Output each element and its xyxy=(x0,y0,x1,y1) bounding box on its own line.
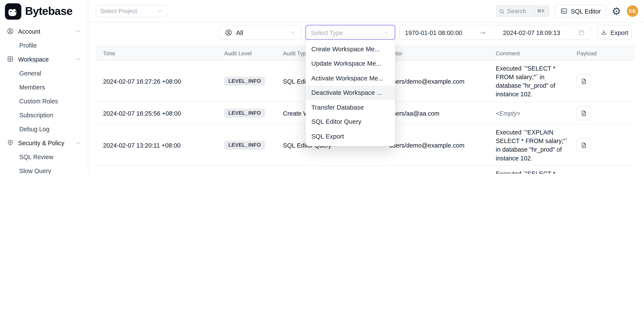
app-root: Bytebase Account Profile Workspace Gener… xyxy=(0,0,644,174)
sidebar-item-custom-roles[interactable]: Custom Roles xyxy=(3,94,85,108)
sidebar-item-label: Profile xyxy=(19,42,37,49)
grid-icon xyxy=(7,55,14,63)
cell-time: 2024-02-07 13:20:11 +08:00 xyxy=(96,142,217,149)
chevron-down-icon xyxy=(156,8,163,14)
table-row: 2024-02-07 13:19:53 +08:00 LEVEL_INFO SQ… xyxy=(96,166,635,174)
brand-name: Bytebase xyxy=(25,5,72,17)
cell-time: 2024-02-07 16:27:26 +08:00 xyxy=(96,78,217,85)
search-input[interactable]: Search ⌘K xyxy=(496,5,550,17)
sidebar-item-workspace[interactable]: Workspace xyxy=(3,52,85,66)
export-label: Export xyxy=(610,29,628,36)
file-text-icon xyxy=(580,78,587,85)
chevron-down-icon xyxy=(75,56,82,62)
gear-icon[interactable]: ⚙ xyxy=(611,6,622,16)
cell-audit-level: LEVEL_INFO xyxy=(217,109,276,118)
level-badge: LEVEL_INFO xyxy=(224,77,265,86)
payload-button[interactable] xyxy=(576,106,590,120)
cell-actor: users/aa@aa.com xyxy=(382,110,488,117)
menu-item-sql-export[interactable]: SQL Export xyxy=(306,129,395,144)
cell-comment: Executed `"EXPLAIN SELECT * FROM salary;… xyxy=(488,125,569,166)
shield-icon xyxy=(7,139,14,146)
actor-filter-select[interactable]: All xyxy=(219,25,302,40)
menu-item-sql-editor-query[interactable]: SQL Editor Query xyxy=(306,115,395,129)
download-icon xyxy=(600,29,607,36)
sql-editor-label: SQL Editor xyxy=(571,7,600,14)
sidebar-item-label: Custom Roles xyxy=(19,97,58,104)
arrow-right-icon: → xyxy=(480,28,486,36)
cell-audit-level: LEVEL_INFO xyxy=(217,141,276,150)
menu-item-deactivate-workspace-member[interactable]: Deactivate Workspace ... xyxy=(306,86,395,100)
search-placeholder: Search xyxy=(507,8,526,14)
sidebar-item-label: Subscription xyxy=(19,111,53,118)
menu-item-create-workspace-member[interactable]: Create Workspace Me... xyxy=(306,42,395,56)
user-circle-icon xyxy=(7,27,14,35)
cell-actor: users/demo@example.com xyxy=(382,142,488,149)
avatar[interactable]: DE xyxy=(627,5,638,17)
column-header-comment: Comment xyxy=(488,50,569,56)
sql-editor-button[interactable]: SQL Editor xyxy=(555,4,606,17)
sidebar-item-label: Debug Log xyxy=(19,125,50,132)
menu-item-activate-workspace-member[interactable]: Activate Workspace Me... xyxy=(306,71,395,86)
sidebar-item-label: Account xyxy=(18,28,40,35)
project-select-placeholder: Select Project xyxy=(100,8,137,14)
topbar: Select Project Search ⌘K SQL Editor ⚙ DE xyxy=(88,0,644,22)
search-shortcut-kbd: ⌘K xyxy=(535,7,547,14)
actor-filter-value: All xyxy=(236,29,243,36)
sidebar-item-profile[interactable]: Profile xyxy=(3,38,85,52)
menu-item-transfer-database[interactable]: Transfer Database xyxy=(306,100,395,115)
file-text-icon xyxy=(580,110,587,117)
calendar-icon xyxy=(578,29,585,36)
sidebar-item-subscription[interactable]: Subscription xyxy=(3,108,85,122)
user-circle-icon xyxy=(225,28,232,36)
sidebar: Bytebase Account Profile Workspace Gener… xyxy=(0,0,88,174)
file-text-icon xyxy=(580,142,587,149)
sidebar-item-label: General xyxy=(19,69,41,77)
cell-time: 2024-02-07 16:25:56 +08:00 xyxy=(96,110,217,117)
cell-comment: Executed `"SELECT * FROM salary;"` in da… xyxy=(488,61,569,102)
sidebar-item-label: Members xyxy=(19,83,45,91)
column-header-time: Time xyxy=(96,50,217,56)
sidebar-item-label: SQL Review xyxy=(19,153,53,160)
menu-item-update-workspace-member[interactable]: Update Workspace Me... xyxy=(306,56,395,71)
cell-payload xyxy=(569,106,635,120)
chevron-down-icon xyxy=(383,29,390,36)
cell-payload xyxy=(569,138,635,152)
sidebar-item-account[interactable]: Account xyxy=(3,24,85,38)
filter-row: All Select Type 1970-01-01 08:00:00 → 20… xyxy=(96,25,632,40)
cell-audit-level: LEVEL_INFO xyxy=(217,77,276,86)
cell-comment-empty: <Empty> xyxy=(488,106,569,121)
sidebar-nav: Account Profile Workspace General Member… xyxy=(0,22,88,174)
payload-button[interactable] xyxy=(576,74,590,88)
sidebar-item-label: Workspace xyxy=(18,56,49,63)
cell-comment: Executed `"SELECT * FROM salary;"` in da… xyxy=(488,166,569,174)
chevron-down-icon xyxy=(75,28,82,34)
cell-payload xyxy=(569,74,635,88)
audit-type-menu: Create Workspace Me... Update Workspace … xyxy=(306,40,395,146)
date-range-picker[interactable]: 1970-01-01 08:00:00 → 2024-02-07 18:09:1… xyxy=(399,25,590,40)
sidebar-item-sql-review[interactable]: SQL Review xyxy=(3,150,85,164)
export-button[interactable]: Export xyxy=(597,25,632,40)
cell-actor: users/demo@example.com xyxy=(382,78,488,85)
sidebar-item-slow-query[interactable]: Slow Query xyxy=(3,164,85,174)
audit-type-select[interactable]: Select Type xyxy=(306,25,395,40)
search-icon xyxy=(498,8,505,14)
bytebase-logo-icon xyxy=(5,3,21,19)
date-range-end: 2024-02-07 18:09:13 xyxy=(503,29,560,36)
level-badge: LEVEL_INFO xyxy=(224,109,265,118)
terminal-icon xyxy=(560,7,568,14)
sidebar-item-debug-log[interactable]: Debug Log xyxy=(3,122,85,136)
sidebar-item-members[interactable]: Members xyxy=(3,80,85,94)
project-select[interactable]: Select Project xyxy=(96,5,168,17)
sidebar-item-label: Slow Query xyxy=(19,167,51,174)
chevron-down-icon xyxy=(290,29,296,36)
column-header-audit-level: Audit Level xyxy=(217,50,276,56)
column-header-actor: Actor xyxy=(382,50,488,56)
sidebar-item-general[interactable]: General xyxy=(3,66,85,80)
audit-type-placeholder: Select Type xyxy=(311,29,343,36)
brand-logo[interactable]: Bytebase xyxy=(0,0,88,22)
payload-button[interactable] xyxy=(576,138,590,152)
sidebar-item-security-policy[interactable]: Security & Policy xyxy=(3,136,85,150)
sidebar-item-label: Security & Policy xyxy=(18,139,64,146)
date-range-start: 1970-01-01 08:00:00 xyxy=(405,29,462,36)
chevron-down-icon xyxy=(75,140,82,146)
